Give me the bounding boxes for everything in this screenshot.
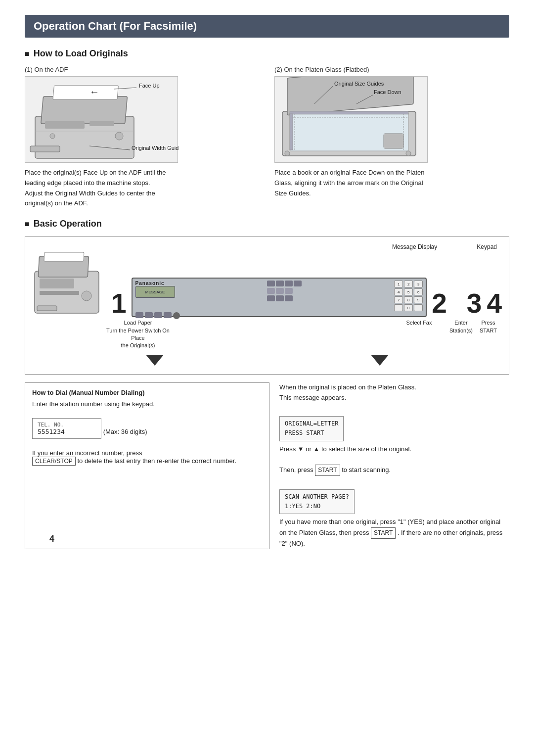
step1-label-power: Turn the Power Switch On: [106, 327, 170, 334]
how-to-load-section: How to Load Originals (1) On the ADF →: [25, 48, 509, 209]
adf-svg: → Face Up Original Width Guide: [25, 77, 178, 163]
section-title-load: How to Load Originals: [25, 48, 509, 59]
flow-arrow-left: [146, 355, 164, 366]
panel-area: Panasonic MESSAGE: [132, 278, 427, 317]
dial-text1: Enter the station number using the keypa…: [32, 400, 262, 408]
tel-number: 5551234: [38, 428, 96, 435]
step1-label-orig: the Original(s): [106, 342, 170, 349]
svg-point-34: [82, 291, 91, 301]
clearstop-button: CLEAR/STOP: [32, 457, 76, 466]
platen-note-text1: When the original is placed on the Plate…: [279, 382, 509, 393]
svg-point-12: [115, 132, 123, 140]
step1-label-place: Place: [106, 334, 170, 342]
basic-operation-section: Basic Operation Message Display Keypad: [25, 219, 509, 549]
platen-note-panel: When the original is placed on the Plate…: [279, 382, 509, 550]
then-press-label: Then, press: [279, 466, 313, 473]
svg-text:Face Up: Face Up: [139, 83, 160, 89]
svg-rect-5: [45, 121, 85, 129]
svg-rect-6: [89, 121, 114, 126]
step-2-number: 2: [432, 290, 447, 317]
step4-label-start: START: [475, 327, 502, 334]
adf-diagram: → Face Up Original Width Guide: [25, 76, 178, 163]
platen-select-text: Press ▼ or ▲ to select the size of the o…: [279, 444, 509, 455]
max-digits: (Max: 36 digits): [103, 428, 147, 435]
adf-column: (1) On the ADF →: [25, 66, 260, 209]
page-number: 4: [49, 534, 54, 544]
adf-description: Place the original(s) Face Up on the ADF…: [25, 168, 183, 209]
start-scan-label: to start scanning.: [342, 466, 391, 473]
svg-rect-1: [41, 96, 128, 124]
tel-box: TEL. NO. 5551234: [32, 418, 101, 439]
platen-description: Place a book or an original Face Down on…: [274, 168, 433, 198]
svg-point-23: [406, 151, 411, 156]
platen-column: (2) On the Platen Glass (Flatbed): [274, 66, 509, 209]
step3-label-stations: Station(s): [447, 327, 475, 334]
message-display: MESSAGE: [135, 286, 175, 298]
step-2-block: 2: [432, 290, 447, 317]
message-box-1: ORIGINAL=LETTER PRESS START: [279, 416, 344, 441]
section-title-basic: Basic Operation: [25, 219, 509, 229]
svg-text:Face Down: Face Down: [374, 89, 401, 95]
message-display-label: Message Display: [392, 243, 437, 250]
platen-label: (2) On the Platen Glass (Flatbed): [274, 66, 509, 73]
svg-point-22: [285, 151, 290, 156]
msg2-line1: SCAN ANOTHER PAGE?: [285, 492, 349, 502]
msg1-line1: ORIGINAL=LETTER: [285, 419, 338, 428]
svg-text:Original Width Guide: Original Width Guide: [132, 145, 178, 151]
svg-rect-31: [44, 252, 84, 261]
adf-label: (1) On the ADF: [25, 66, 260, 73]
platen-note-text2: This message appears.: [279, 393, 509, 403]
svg-rect-33: [40, 279, 74, 288]
dial-text3: to delete the last entry then re-enter t…: [77, 457, 236, 465]
svg-point-13: [50, 134, 55, 139]
step2-label: Select Fax: [405, 319, 433, 327]
dial-panel: How to Dial (Manual Number Dialing) Ente…: [25, 382, 269, 550]
dial-text2: If you enter an incorrect number, press: [32, 449, 262, 457]
msg1-line2: PRESS START: [285, 428, 338, 438]
msg2-line2: 1:YES 2:NO: [285, 502, 349, 511]
panel-repr: Panasonic MESSAGE: [132, 278, 427, 317]
keypad: 123 456 789 0: [394, 281, 423, 311]
step1-label-load: Load Paper: [106, 319, 170, 327]
bottom-section: How to Dial (Manual Number Dialing) Ente…: [25, 382, 509, 550]
step-3-number: 3: [467, 290, 482, 317]
svg-rect-32: [37, 306, 57, 311]
keypad-label: Keypad: [477, 243, 497, 250]
panel-brand: Panasonic: [135, 281, 175, 286]
svg-rect-21: [290, 114, 293, 150]
basic-operation-box: Message Display Keypad 1: [25, 236, 509, 375]
machine-svg: [32, 251, 104, 316]
svg-rect-4: [30, 146, 60, 152]
step-1-block: 1: [111, 290, 127, 317]
step-4-number: 4: [487, 290, 502, 317]
tel-label: TEL. NO.: [38, 422, 96, 428]
platen-svg: Original Size Guides Face Down: [275, 77, 428, 163]
svg-rect-24: [384, 134, 403, 148]
platen-start-text: Then, press START to start scanning.: [279, 465, 509, 476]
step-1-number: 1: [111, 290, 127, 317]
svg-text:→: →: [89, 88, 99, 98]
svg-rect-20: [290, 111, 408, 114]
svg-text:Original Size Guides: Original Size Guides: [334, 81, 384, 87]
step-4-block: 4: [487, 290, 502, 317]
platen-final-text: If you have more than one original, pres…: [279, 517, 509, 549]
start-button-1: START: [315, 465, 340, 476]
panel-header-labels: Message Display Keypad: [32, 243, 502, 250]
operation-row: 1 Panasonic MESSAGE: [32, 251, 502, 317]
svg-rect-35: [40, 291, 79, 295]
step4-label-press: Press: [475, 319, 502, 327]
platen-diagram: Original Size Guides Face Down: [274, 76, 428, 163]
message-box-2: SCAN ANOTHER PAGE? 1:YES 2:NO: [279, 489, 355, 514]
flow-arrow-right: [371, 355, 389, 366]
dial-title: How to Dial (Manual Number Dialing): [32, 389, 262, 396]
step3-label-enter: Enter: [447, 319, 475, 327]
machine-illustration: [32, 251, 106, 317]
svg-rect-2: [53, 86, 118, 99]
start-button-2: START: [371, 527, 396, 539]
step-3-block: 3: [467, 290, 482, 317]
page-title: Operation Chart (For Facsimile): [25, 15, 509, 38]
